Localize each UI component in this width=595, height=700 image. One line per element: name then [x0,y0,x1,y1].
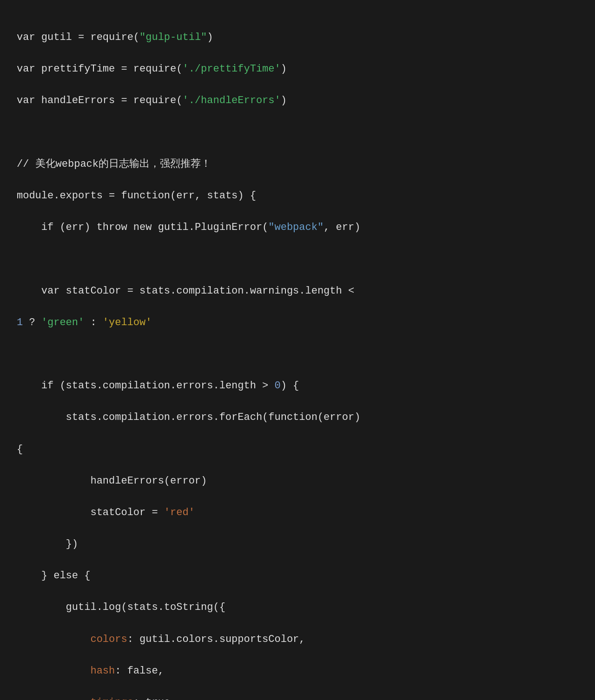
line-8 [17,251,578,267]
line-7: if (err) throw new gutil.PluginError("we… [17,220,578,236]
line-11 [17,347,578,362]
line-13: stats.compilation.errors.forEach(functio… [17,410,578,425]
line-1: var gutil = require("gulp-util") [17,30,578,46]
line-5: // 美化webpack的日志输出，强烈推荐！ [17,157,578,172]
line-2: var prettifyTime = require('./prettifyTi… [17,61,578,77]
line-6: module.exports = function(err, stats) { [17,188,578,204]
line-4 [17,125,578,141]
line-22: timings: true, [17,695,578,700]
line-17: }) [17,536,578,552]
line-21: hash: false, [17,663,578,679]
line-12: if (stats.compilation.errors.length > 0)… [17,378,578,394]
line-19: gutil.log(stats.toString({ [17,600,578,615]
code-editor: var gutil = require("gulp-util") var pre… [17,14,578,700]
line-14: { [17,442,578,458]
line-15: handleErrors(error) [17,473,578,489]
line-10: 1 ? 'green' : 'yellow' [17,315,578,331]
line-9: var statColor = stats.compilation.warnin… [17,283,578,299]
line-18: } else { [17,568,578,584]
line-3: var handleErrors = require('./handleErro… [17,93,578,109]
line-16: statColor = 'red' [17,505,578,521]
line-20: colors: gutil.colors.supportsColor, [17,632,578,648]
